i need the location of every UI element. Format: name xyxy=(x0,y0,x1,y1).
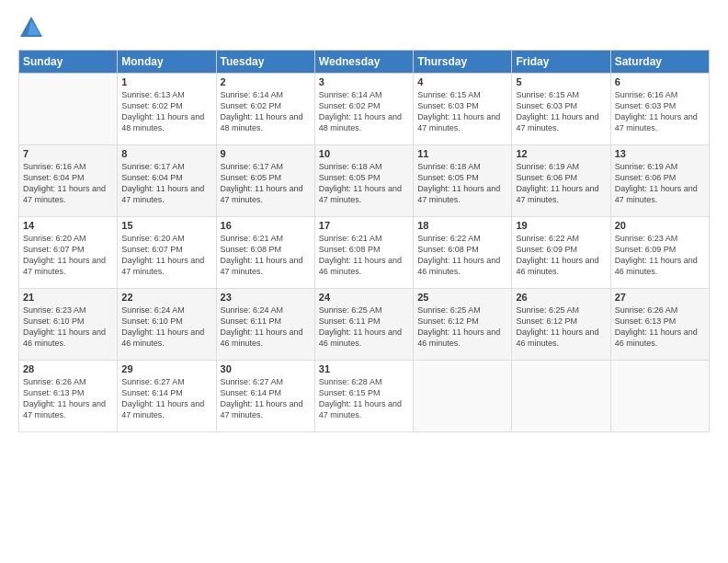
day-info: Sunrise: 6:20 AM Sunset: 6:07 PM Dayligh… xyxy=(121,233,211,278)
day-info: Sunrise: 6:18 AM Sunset: 6:05 PM Dayligh… xyxy=(417,161,507,206)
weekday-header: Saturday xyxy=(610,51,709,74)
calendar-day-cell: 25Sunrise: 6:25 AM Sunset: 6:12 PM Dayli… xyxy=(414,289,512,361)
day-number: 3 xyxy=(319,76,409,87)
day-info: Sunrise: 6:27 AM Sunset: 6:14 PM Dayligh… xyxy=(221,376,311,421)
day-info: Sunrise: 6:24 AM Sunset: 6:11 PM Dayligh… xyxy=(221,304,311,350)
day-number: 13 xyxy=(615,148,705,159)
day-number: 20 xyxy=(615,220,705,231)
calendar-day-cell: 2Sunrise: 6:14 AM Sunset: 6:02 PM Daylig… xyxy=(216,74,314,145)
day-number: 2 xyxy=(221,76,311,87)
calendar-day-cell: 29Sunrise: 6:27 AM Sunset: 6:14 PM Dayli… xyxy=(118,361,216,432)
day-number: 23 xyxy=(221,292,311,303)
calendar-week-row: 21Sunrise: 6:23 AM Sunset: 6:10 PM Dayli… xyxy=(19,289,710,361)
day-info: Sunrise: 6:23 AM Sunset: 6:10 PM Dayligh… xyxy=(23,304,113,350)
day-number: 21 xyxy=(23,292,113,303)
day-info: Sunrise: 6:27 AM Sunset: 6:14 PM Dayligh… xyxy=(121,376,211,421)
calendar-day-cell xyxy=(512,361,610,432)
day-info: Sunrise: 6:13 AM Sunset: 6:02 PM Dayligh… xyxy=(121,89,211,134)
day-number: 18 xyxy=(417,220,507,231)
calendar-day-cell: 26Sunrise: 6:25 AM Sunset: 6:12 PM Dayli… xyxy=(512,289,610,361)
calendar-day-cell: 18Sunrise: 6:22 AM Sunset: 6:08 PM Dayli… xyxy=(414,217,512,289)
day-info: Sunrise: 6:21 AM Sunset: 6:08 PM Dayligh… xyxy=(319,233,409,278)
calendar-week-row: 7Sunrise: 6:16 AM Sunset: 6:04 PM Daylig… xyxy=(19,145,710,217)
calendar-week-row: 14Sunrise: 6:20 AM Sunset: 6:07 PM Dayli… xyxy=(19,217,710,289)
day-number: 5 xyxy=(516,76,606,87)
day-number: 15 xyxy=(121,220,211,231)
calendar-day-cell: 19Sunrise: 6:22 AM Sunset: 6:09 PM Dayli… xyxy=(512,217,610,289)
weekday-header: Friday xyxy=(512,51,610,74)
calendar-day-cell: 13Sunrise: 6:19 AM Sunset: 6:06 PM Dayli… xyxy=(610,145,709,217)
day-number: 7 xyxy=(23,148,113,159)
day-info: Sunrise: 6:22 AM Sunset: 6:08 PM Dayligh… xyxy=(417,233,507,278)
calendar-day-cell: 15Sunrise: 6:20 AM Sunset: 6:07 PM Dayli… xyxy=(118,217,216,289)
day-number: 12 xyxy=(516,148,606,159)
calendar: SundayMondayTuesdayWednesdayThursdayFrid… xyxy=(18,50,710,432)
calendar-day-cell: 8Sunrise: 6:17 AM Sunset: 6:04 PM Daylig… xyxy=(118,145,216,217)
calendar-day-cell: 17Sunrise: 6:21 AM Sunset: 6:08 PM Dayli… xyxy=(314,217,413,289)
day-number: 25 xyxy=(417,292,507,303)
logo-icon xyxy=(18,15,44,40)
day-number: 11 xyxy=(417,148,507,159)
day-number: 1 xyxy=(121,76,211,87)
calendar-day-cell: 23Sunrise: 6:24 AM Sunset: 6:11 PM Dayli… xyxy=(216,289,314,361)
calendar-day-cell: 22Sunrise: 6:24 AM Sunset: 6:10 PM Dayli… xyxy=(118,289,216,361)
calendar-week-row: 1Sunrise: 6:13 AM Sunset: 6:02 PM Daylig… xyxy=(19,74,710,145)
day-number: 16 xyxy=(221,220,311,231)
calendar-day-cell: 31Sunrise: 6:28 AM Sunset: 6:15 PM Dayli… xyxy=(314,361,413,432)
day-info: Sunrise: 6:20 AM Sunset: 6:07 PM Dayligh… xyxy=(23,233,113,278)
calendar-day-cell: 12Sunrise: 6:19 AM Sunset: 6:06 PM Dayli… xyxy=(512,145,610,217)
calendar-day-cell: 30Sunrise: 6:27 AM Sunset: 6:14 PM Dayli… xyxy=(216,361,314,432)
calendar-day-cell: 11Sunrise: 6:18 AM Sunset: 6:05 PM Dayli… xyxy=(414,145,512,217)
day-number: 4 xyxy=(417,76,507,87)
day-number: 14 xyxy=(23,220,113,231)
calendar-day-cell: 20Sunrise: 6:23 AM Sunset: 6:09 PM Dayli… xyxy=(610,217,709,289)
day-info: Sunrise: 6:19 AM Sunset: 6:06 PM Dayligh… xyxy=(615,161,705,206)
calendar-header-row: SundayMondayTuesdayWednesdayThursdayFrid… xyxy=(19,51,710,74)
calendar-day-cell: 4Sunrise: 6:15 AM Sunset: 6:03 PM Daylig… xyxy=(414,74,512,145)
day-number: 10 xyxy=(319,148,409,159)
day-info: Sunrise: 6:22 AM Sunset: 6:09 PM Dayligh… xyxy=(516,233,606,278)
weekday-header: Monday xyxy=(118,51,216,74)
day-info: Sunrise: 6:26 AM Sunset: 6:13 PM Dayligh… xyxy=(615,304,705,350)
day-info: Sunrise: 6:17 AM Sunset: 6:04 PM Dayligh… xyxy=(121,161,211,206)
calendar-day-cell: 3Sunrise: 6:14 AM Sunset: 6:02 PM Daylig… xyxy=(314,74,413,145)
calendar-day-cell: 28Sunrise: 6:26 AM Sunset: 6:13 PM Dayli… xyxy=(19,361,118,432)
day-info: Sunrise: 6:14 AM Sunset: 6:02 PM Dayligh… xyxy=(319,89,409,134)
day-info: Sunrise: 6:25 AM Sunset: 6:11 PM Dayligh… xyxy=(319,304,409,350)
day-info: Sunrise: 6:18 AM Sunset: 6:05 PM Dayligh… xyxy=(319,161,409,206)
day-number: 30 xyxy=(221,363,311,374)
day-info: Sunrise: 6:24 AM Sunset: 6:10 PM Dayligh… xyxy=(121,304,211,350)
calendar-day-cell xyxy=(414,361,512,432)
calendar-day-cell: 27Sunrise: 6:26 AM Sunset: 6:13 PM Dayli… xyxy=(610,289,709,361)
day-number: 17 xyxy=(319,220,409,231)
day-number: 26 xyxy=(516,292,606,303)
day-info: Sunrise: 6:17 AM Sunset: 6:05 PM Dayligh… xyxy=(221,161,311,206)
day-info: Sunrise: 6:21 AM Sunset: 6:08 PM Dayligh… xyxy=(221,233,311,278)
day-number: 28 xyxy=(23,363,113,374)
day-number: 27 xyxy=(615,292,705,303)
calendar-day-cell: 5Sunrise: 6:15 AM Sunset: 6:03 PM Daylig… xyxy=(512,74,610,145)
day-info: Sunrise: 6:25 AM Sunset: 6:12 PM Dayligh… xyxy=(417,304,507,350)
logo xyxy=(18,15,46,40)
day-number: 8 xyxy=(121,148,211,159)
day-number: 31 xyxy=(319,363,409,374)
calendar-day-cell: 21Sunrise: 6:23 AM Sunset: 6:10 PM Dayli… xyxy=(19,289,118,361)
day-number: 29 xyxy=(121,363,211,374)
calendar-day-cell: 16Sunrise: 6:21 AM Sunset: 6:08 PM Dayli… xyxy=(216,217,314,289)
day-info: Sunrise: 6:23 AM Sunset: 6:09 PM Dayligh… xyxy=(615,233,705,278)
weekday-header: Tuesday xyxy=(216,51,314,74)
day-info: Sunrise: 6:16 AM Sunset: 6:03 PM Dayligh… xyxy=(615,89,705,134)
page: SundayMondayTuesdayWednesdayThursdayFrid… xyxy=(0,0,728,563)
calendar-day-cell: 7Sunrise: 6:16 AM Sunset: 6:04 PM Daylig… xyxy=(19,145,118,217)
calendar-day-cell: 24Sunrise: 6:25 AM Sunset: 6:11 PM Dayli… xyxy=(314,289,413,361)
weekday-header: Wednesday xyxy=(314,51,413,74)
day-info: Sunrise: 6:14 AM Sunset: 6:02 PM Dayligh… xyxy=(221,89,311,134)
header xyxy=(18,15,710,40)
calendar-day-cell: 9Sunrise: 6:17 AM Sunset: 6:05 PM Daylig… xyxy=(216,145,314,217)
calendar-week-row: 28Sunrise: 6:26 AM Sunset: 6:13 PM Dayli… xyxy=(19,361,710,432)
day-number: 19 xyxy=(516,220,606,231)
day-info: Sunrise: 6:16 AM Sunset: 6:04 PM Dayligh… xyxy=(23,161,113,206)
day-info: Sunrise: 6:15 AM Sunset: 6:03 PM Dayligh… xyxy=(417,89,507,134)
day-number: 22 xyxy=(121,292,211,303)
day-info: Sunrise: 6:15 AM Sunset: 6:03 PM Dayligh… xyxy=(516,89,606,134)
